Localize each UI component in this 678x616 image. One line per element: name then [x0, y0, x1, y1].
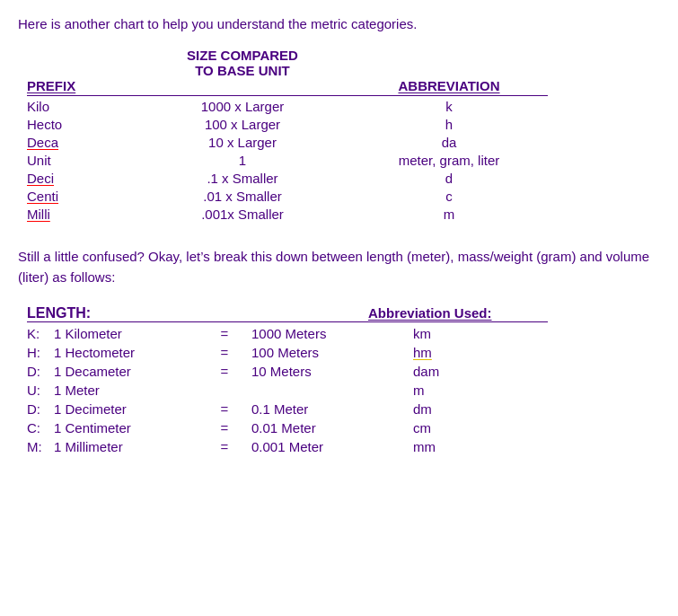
intro-text: Here is another chart to help you unders…: [18, 16, 660, 31]
length-row: C: 1 Centimeter = 0.01 Meter cm: [27, 420, 660, 436]
length-unit: 1 Millimeter: [54, 439, 198, 454]
length-row: U: 1 Meter m: [27, 383, 660, 398]
size-cell: 100 x Larger: [135, 117, 350, 132]
prefix-cell: Deca: [27, 135, 58, 150]
length-letter: H:: [27, 345, 54, 360]
length-letter: K:: [27, 326, 54, 341]
length-value: 0.001 Meter: [251, 439, 395, 454]
table-header-row: PREFIX ABBREVIATION: [27, 78, 660, 93]
length-equals: =: [198, 326, 251, 341]
length-abbr: dam: [413, 364, 439, 379]
prefix-cell: Centi: [27, 189, 58, 204]
abbr-cell: c: [350, 189, 548, 204]
length-equals: =: [198, 364, 251, 379]
length-header-row: LENGTH: Abbreviation Used:: [27, 305, 660, 321]
abbr-used-title: Abbreviation Used:: [368, 305, 492, 321]
length-unit: 1 Kilometer: [54, 326, 198, 341]
length-abbr: hm: [413, 345, 432, 360]
prefix-cell: Unit: [27, 153, 51, 168]
length-unit: 1 Hectometer: [54, 345, 198, 360]
abbr-cell: h: [350, 117, 548, 132]
table-row: Unit 1 meter, gram, liter: [27, 153, 660, 168]
length-value: 10 Meters: [251, 364, 395, 379]
length-unit: 1 Centimeter: [54, 420, 198, 436]
prefix-header: PREFIX: [27, 78, 135, 93]
prefix-cell: Milli: [27, 207, 50, 222]
length-equals: =: [198, 401, 251, 417]
length-letter: U:: [27, 383, 54, 398]
table-row: Deci .1 x Smaller d: [27, 171, 660, 186]
table-row: Kilo 1000 x Larger k: [27, 99, 660, 114]
length-unit: 1 Meter: [54, 383, 198, 398]
length-abbr: cm: [413, 420, 431, 436]
size-cell: 1000 x Larger: [135, 99, 350, 114]
size-header: SIZE COMPARED TO BASE UNIT: [135, 48, 350, 78]
prefix-cell: Deci: [27, 171, 54, 186]
length-rows: K: 1 Kilometer = 1000 Meters km H: 1 Hec…: [27, 326, 660, 454]
table-row: Centi .01 x Smaller c: [27, 189, 660, 204]
length-row: H: 1 Hectometer = 100 Meters hm: [27, 345, 660, 360]
abbr-cell: k: [350, 99, 548, 114]
abbr-cell: meter, gram, liter: [350, 153, 548, 168]
table-divider: [27, 95, 660, 96]
length-value: 1000 Meters: [251, 326, 395, 341]
table-row: Deca 10 x Larger da: [27, 135, 660, 150]
length-value: 0.1 Meter: [251, 401, 395, 417]
size-cell: 1: [135, 153, 350, 168]
length-abbr: m: [413, 383, 425, 398]
length-value: 100 Meters: [251, 345, 395, 360]
length-equals: =: [198, 439, 251, 454]
table-row: Milli .001x Smaller m: [27, 207, 660, 222]
length-section: LENGTH: Abbreviation Used: K: 1 Kilomete…: [27, 305, 660, 454]
length-divider: [27, 321, 548, 322]
length-equals: =: [198, 420, 251, 436]
length-title: LENGTH:: [27, 305, 368, 321]
length-unit: 1 Decameter: [54, 364, 198, 379]
length-value: 0.01 Meter: [251, 420, 395, 436]
size-cell: .01 x Smaller: [135, 189, 350, 204]
metric-table: SIZE COMPARED TO BASE UNIT PREFIX ABBREV…: [27, 48, 660, 222]
length-letter: D:: [27, 401, 54, 417]
abbr-cell: d: [350, 171, 548, 186]
break-text: Still a little confused? Okay, let’s bre…: [18, 247, 660, 287]
length-abbr: dm: [413, 401, 432, 417]
abbr-cell: m: [350, 207, 548, 222]
length-letter: M:: [27, 439, 54, 454]
size-cell: .001x Smaller: [135, 207, 350, 222]
length-row: K: 1 Kilometer = 1000 Meters km: [27, 326, 660, 341]
table-row: Hecto 100 x Larger h: [27, 117, 660, 132]
length-abbr: km: [413, 326, 431, 341]
prefix-cell: Hecto: [27, 117, 62, 132]
length-equals: =: [198, 345, 251, 360]
abbr-col-header: ABBREVIATION: [350, 78, 548, 93]
size-cell: .1 x Smaller: [135, 171, 350, 186]
prefix-cell: Kilo: [27, 99, 49, 114]
length-unit: 1 Decimeter: [54, 401, 198, 417]
size-cell: 10 x Larger: [135, 135, 350, 150]
abbr-cell: da: [350, 135, 548, 150]
length-letter: D:: [27, 364, 54, 379]
length-row: M: 1 Millimeter = 0.001 Meter mm: [27, 439, 660, 454]
length-letter: C:: [27, 420, 54, 436]
length-row: D: 1 Decameter = 10 Meters dam: [27, 364, 660, 379]
length-abbr: mm: [413, 439, 436, 454]
length-row: D: 1 Decimeter = 0.1 Meter dm: [27, 401, 660, 417]
metric-rows: Kilo 1000 x Larger k Hecto 100 x Larger …: [27, 99, 660, 222]
